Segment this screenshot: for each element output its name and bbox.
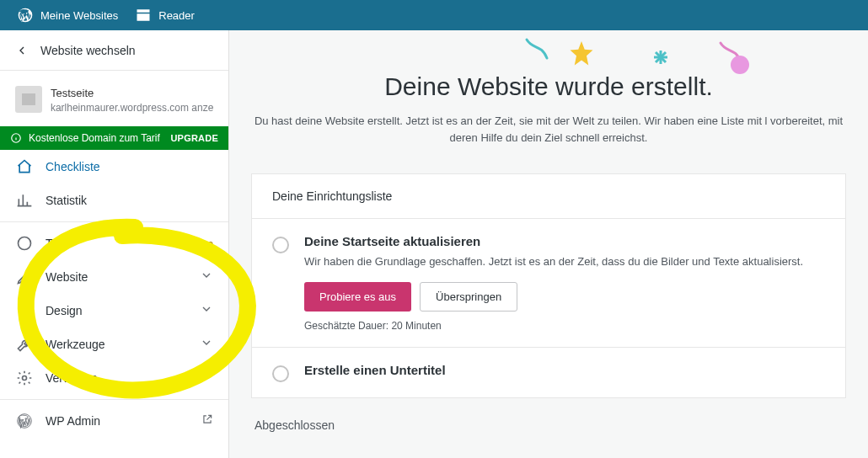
sidebar-item-label: Werkzeuge xyxy=(46,338,188,351)
masterbar-reader[interactable]: Reader xyxy=(126,0,203,30)
sidebar-item-design[interactable]: Design xyxy=(0,294,228,328)
home-icon xyxy=(16,158,33,175)
site-thumbnail-icon xyxy=(15,86,42,113)
task-eta: Geschätzte Dauer: 20 Minuten xyxy=(304,320,803,332)
sidebar: Website wechseln Testseite karlheinmaure… xyxy=(0,30,229,458)
masterbar-mysites-label: Meine Websites xyxy=(40,9,118,22)
stats-icon xyxy=(16,192,33,209)
info-icon xyxy=(10,132,22,144)
hero-title: Deine Website wurde erstellt. xyxy=(249,72,848,101)
confetti-icon xyxy=(651,47,671,67)
sidebar-item-site[interactable]: Website xyxy=(0,260,228,294)
sidebar-item-checklist[interactable]: Checkliste xyxy=(0,150,228,184)
masterbar-reader-label: Reader xyxy=(158,9,195,22)
svg-point-9 xyxy=(731,56,749,74)
chevron-left-icon xyxy=(15,44,29,57)
task-status-ring-icon xyxy=(272,365,289,382)
chevron-down-icon xyxy=(200,370,213,383)
sidebar-item-tools[interactable]: Werkzeuge xyxy=(0,328,228,361)
sidebar-site-title: Testseite xyxy=(51,86,213,101)
wrench-icon xyxy=(16,336,33,353)
try-it-button[interactable]: Probiere es aus xyxy=(304,282,411,312)
sidebar-item-label: Design xyxy=(46,304,188,317)
sidebar-site-text: Testseite karlheinmaurer.wordpress.com a… xyxy=(51,86,213,114)
sidebar-back[interactable]: Website wechseln xyxy=(0,30,228,71)
setup-list-card: Deine Einrichtungsliste Deine Startseite… xyxy=(251,173,846,398)
task-title: Erstelle einen Untertitel xyxy=(304,363,446,377)
gear-icon xyxy=(16,370,33,386)
setup-task-homepage[interactable]: Deine Startseite aktualisieren Wir haben… xyxy=(252,218,845,347)
sidebar-item-plan[interactable]: Tarif Free xyxy=(0,226,228,260)
design-icon xyxy=(16,302,33,319)
wordpress-icon xyxy=(17,7,34,24)
sidebar-item-label: Tarif xyxy=(46,237,182,250)
sidebar-item-wpadmin[interactable]: WP Admin xyxy=(0,404,228,438)
setup-task-tagline[interactable]: Erstelle einen Untertitel xyxy=(252,347,845,397)
sidebar-upgrade-banner[interactable]: Kostenlose Domain zum Tarif UPGRADE xyxy=(0,126,228,150)
svg-point-3 xyxy=(19,237,31,249)
skip-button[interactable]: Überspringen xyxy=(420,282,517,312)
plan-badge: Free xyxy=(194,238,213,248)
star-icon xyxy=(566,39,597,69)
sidebar-item-stats[interactable]: Statistik xyxy=(0,184,228,217)
chevron-down-icon xyxy=(200,302,213,316)
setup-list-header: Deine Einrichtungsliste xyxy=(252,174,845,218)
chevron-down-icon xyxy=(200,336,213,349)
completed-header: Abgeschlossen xyxy=(255,418,843,432)
masterbar: Meine Websites Reader xyxy=(0,0,868,30)
reader-icon xyxy=(135,7,152,24)
sidebar-item-label: Checkliste xyxy=(46,160,213,173)
sidebar-item-manage[interactable]: Verwalten xyxy=(0,361,228,395)
svg-point-4 xyxy=(23,375,27,380)
confetti-icon xyxy=(524,37,549,62)
sidebar-item-label: Statistik xyxy=(46,194,213,207)
hero-subtitle: Du hast deine Website erstellt. Jetzt is… xyxy=(249,113,848,146)
external-link-icon xyxy=(201,413,213,425)
wordpress-icon xyxy=(16,413,33,429)
sidebar-item-label: Website xyxy=(46,270,188,284)
pencil-icon xyxy=(16,269,33,285)
upgrade-text: Kostenlose Domain zum Tarif xyxy=(29,132,160,144)
sidebar-item-label: WP Admin xyxy=(46,414,190,428)
sidebar-site-card[interactable]: Testseite karlheinmaurer.wordpress.com a… xyxy=(0,71,228,126)
hero: Deine Website wurde erstellt. Du hast de… xyxy=(229,30,868,146)
task-status-ring-icon xyxy=(272,237,289,253)
confetti-dot-icon xyxy=(731,56,749,74)
plan-icon xyxy=(16,235,33,252)
sidebar-site-url: karlheinmaurer.wordpress.com anze xyxy=(51,101,213,114)
task-description: Wir haben die Grundlage geschaffen. Jetz… xyxy=(304,253,803,270)
sidebar-item-label: Verwalten xyxy=(46,371,188,385)
task-title: Deine Startseite aktualisieren xyxy=(304,234,803,248)
upgrade-cta: UPGRADE xyxy=(170,133,218,143)
sidebar-back-label: Website wechseln xyxy=(40,44,136,57)
chevron-down-icon xyxy=(200,269,213,282)
sidebar-separator xyxy=(0,221,228,222)
masterbar-mysites[interactable]: Meine Websites xyxy=(8,0,126,30)
sidebar-separator xyxy=(0,399,228,400)
main-content: Deine Website wurde erstellt. Du hast de… xyxy=(229,30,868,458)
